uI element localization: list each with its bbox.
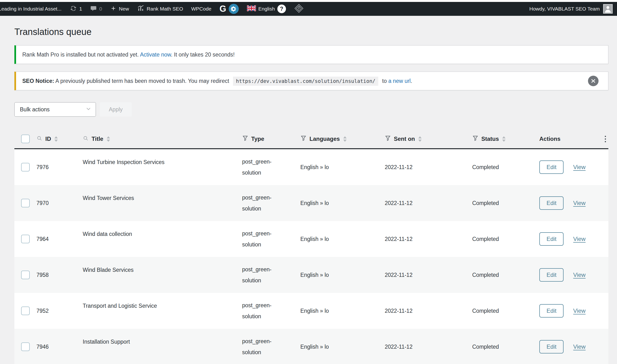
view-link[interactable]: View — [573, 200, 586, 207]
row-languages: English » lo — [300, 236, 385, 242]
help-icon[interactable]: ? — [277, 5, 286, 13]
header-status-label: Status — [481, 136, 499, 142]
filter-icon[interactable] — [385, 135, 391, 143]
edit-button[interactable]: Edit — [539, 340, 563, 353]
sort-toggle[interactable] — [502, 136, 506, 142]
row-title-cell: Transport and Logistic Service — [83, 303, 242, 319]
site-name-label: Leading in Industrial Asset... — [0, 6, 62, 12]
seo-text-after: . — [411, 78, 412, 84]
select-all-checkbox[interactable] — [21, 135, 30, 143]
filter-icon[interactable] — [242, 135, 248, 143]
row-checkbox[interactable] — [21, 307, 30, 315]
column-header-languages[interactable]: Languages — [300, 135, 385, 143]
table-header: ID Title Type — [14, 130, 608, 149]
bulk-actions-value: Bulk actions — [20, 106, 50, 113]
sort-toggle[interactable] — [107, 136, 110, 142]
view-link[interactable]: View — [573, 236, 586, 242]
person-icon — [604, 5, 612, 13]
bulk-actions-bar: Bulk actions Apply — [14, 102, 608, 117]
edit-button[interactable]: Edit — [539, 268, 563, 282]
row-checkbox[interactable] — [21, 163, 30, 171]
column-header-id[interactable]: ID — [36, 135, 83, 143]
row-checkbox[interactable] — [21, 271, 30, 279]
edit-button[interactable]: Edit — [539, 232, 563, 246]
wordpress-admin-screen: Leading in Industrial Asset... 1 0 New — [0, 0, 617, 364]
search-icon[interactable] — [83, 135, 89, 143]
row-type-cell: post_green-solution — [242, 156, 300, 178]
apply-button[interactable]: Apply — [100, 102, 132, 117]
chevron-down-icon — [85, 105, 92, 114]
row-title-cell: Wind Tower Services — [83, 195, 242, 211]
row-actions-cell: Edit View — [539, 268, 601, 282]
avatar[interactable] — [603, 4, 613, 14]
sort-toggle[interactable] — [55, 136, 58, 142]
site-name-menu[interactable]: Leading in Industrial Asset... — [0, 6, 62, 12]
admin-bar: Leading in Industrial Asset... 1 0 New — [0, 2, 617, 16]
row-languages: English » lo — [300, 164, 385, 170]
language-switcher-menu[interactable]: English ? — [247, 5, 286, 13]
activation-text-after: . It only takes 20 seconds! — [171, 52, 235, 58]
activate-now-link[interactable]: Activate now — [140, 52, 171, 58]
row-type-cell: post_green-solution — [242, 264, 300, 286]
row-sent-on: 2022-11-12 — [385, 308, 472, 314]
column-header-sent-on[interactable]: Sent on — [385, 135, 472, 143]
updates-menu[interactable]: 1 — [70, 5, 82, 13]
filter-icon[interactable] — [472, 135, 479, 143]
edit-button[interactable]: Edit — [539, 160, 563, 174]
row-id: 7970 — [36, 200, 83, 207]
row-title: Transport and Logistic Service — [83, 303, 157, 309]
sort-toggle[interactable] — [343, 136, 347, 142]
column-header-type[interactable]: Type — [242, 135, 300, 143]
column-header-actions: Actions — [539, 136, 601, 142]
sort-toggle[interactable] — [418, 136, 422, 142]
dismiss-notice-button[interactable] — [588, 76, 599, 86]
view-link[interactable]: View — [573, 343, 586, 350]
seo-text-before: A previously published term has been mov… — [54, 78, 231, 84]
row-languages: English » lo — [300, 200, 385, 207]
row-sent-on: 2022-11-12 — [385, 164, 472, 170]
column-settings-kebab-icon[interactable] — [601, 136, 610, 142]
row-status: Completed — [472, 344, 539, 350]
bulk-actions-select[interactable]: Bulk actions — [14, 102, 96, 117]
column-header-title[interactable]: Title — [83, 135, 242, 143]
row-checkbox-cell — [14, 235, 36, 243]
view-link[interactable]: View — [573, 272, 586, 278]
rank-math-icon — [137, 5, 144, 13]
column-header-status[interactable]: Status — [472, 135, 539, 143]
diamond-icon — [294, 4, 304, 14]
new-content-menu[interactable]: New — [110, 5, 129, 13]
row-checkbox[interactable] — [21, 199, 30, 207]
table-row: 7946 Installation Support post_green-sol… — [14, 329, 608, 364]
header-id-label: ID — [45, 136, 51, 142]
rank-math-label: Rank Math SEO — [147, 6, 183, 12]
row-title: Wind Blade Services — [83, 267, 134, 273]
seo-notice-label: SEO Notice: — [22, 78, 54, 84]
row-title: Wind Tower Services — [83, 195, 134, 201]
row-title-cell: Installation Support — [83, 339, 242, 355]
table-row: 7970 Wind Tower Services post_green-solu… — [14, 185, 608, 221]
admin-bar-account[interactable]: Howdy, VIVABLAST SEO Team — [529, 4, 614, 14]
edit-button[interactable]: Edit — [539, 304, 563, 318]
header-sent-on-label: Sent on — [394, 136, 415, 142]
search-icon[interactable] — [36, 135, 42, 143]
wpcode-menu[interactable]: WPCode — [191, 6, 211, 12]
row-sent-on: 2022-11-12 — [385, 344, 472, 350]
edit-button[interactable]: Edit — [539, 196, 563, 210]
row-title-cell: Wind Blade Services — [83, 267, 242, 283]
new-url-link[interactable]: a new url — [388, 78, 411, 84]
rank-math-menu[interactable]: Rank Math SEO — [137, 5, 183, 13]
plugin-diamond-menu[interactable] — [294, 4, 304, 14]
filter-icon[interactable] — [300, 135, 307, 143]
comments-menu[interactable]: 0 — [90, 5, 102, 13]
translate-menu[interactable]: G — [219, 4, 239, 14]
translate-settings-button[interactable] — [229, 4, 239, 14]
header-title-label: Title — [92, 136, 103, 142]
row-checkbox[interactable] — [21, 235, 30, 243]
row-checkbox[interactable] — [21, 342, 30, 351]
row-id: 7946 — [36, 344, 83, 350]
page-content: Translations queue Rank Math Pro is inst… — [0, 27, 617, 364]
view-link[interactable]: View — [573, 164, 586, 170]
row-actions-cell: Edit View — [539, 196, 601, 210]
view-link[interactable]: View — [573, 308, 586, 314]
row-type: post_green-solution — [242, 192, 282, 214]
